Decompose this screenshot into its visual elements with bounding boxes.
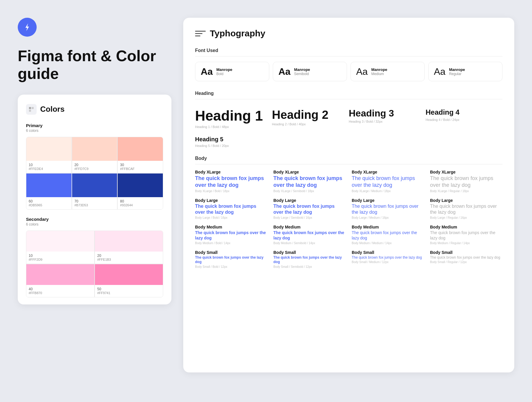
card-header: Colors — [26, 104, 163, 115]
h4-text: Heading 4 — [426, 108, 502, 117]
heading-section-label: Heading — [195, 91, 502, 99]
font-card-medium: Aa Manrope Medium — [351, 62, 425, 81]
font-aa-bold: Aa — [201, 67, 213, 76]
heading-1-item: Heading 1 Heading 1 / Bold / 48px — [195, 105, 272, 132]
body-section-label: Body — [195, 156, 502, 164]
heading-2-item: Heading 2 Heading 2 / Bold / 40px — [272, 105, 349, 132]
font-cards: Aa Manrope Bold Aa Manrope Semibold Aa — [195, 62, 502, 81]
svg-marker-0 — [25, 23, 29, 31]
primary-bottom-row: 60 #DB5965 70 #B73D53 — [26, 173, 163, 210]
heading-4-item: Heading 4 Heading 4 / Bold / 24px — [426, 105, 502, 132]
lightning-icon — [22, 22, 32, 32]
primary-label: Primary — [26, 123, 163, 128]
h1-text: Heading 1 — [195, 108, 272, 124]
body-m-regular: Body Medium The quick brown fox jumps ov… — [430, 225, 502, 244]
body-col-regular: Body XLarge The quick brown fox jumps ov… — [430, 170, 502, 274]
body-s-bold: Body Small The quick brown fox jumps ove… — [195, 250, 267, 268]
colors-card: Colors Primary 6 colors 10 #FFEDE4 — [18, 95, 171, 304]
h2-meta: Heading 2 / Bold / 40px — [272, 122, 349, 126]
body-col-medium: Body XLarge The quick brown fox jumps ov… — [352, 170, 424, 274]
font-info-medium: Manrope Medium — [371, 67, 387, 76]
font-aa-regular: Aa — [434, 67, 445, 76]
body-xl-medium: Body XLarge The quick brown fox jumps ov… — [352, 170, 424, 193]
page-wrapper: Figma font & Colorguide Colors Primary 6… — [0, 0, 532, 402]
secondary-top-row: 10 #FFF2D9 20 #FFE1B3 — [26, 231, 163, 264]
colors-card-title: Colors — [40, 105, 64, 114]
body-s-regular: Body Small The quick brown fox jumps ove… — [430, 250, 502, 264]
lines-icon — [195, 29, 206, 38]
body-l-semibold: Body Large The quick brown fox jumps ove… — [273, 198, 346, 220]
body-m-semibold: Body Medium The quick brown fox jumps ov… — [273, 225, 346, 244]
body-section: Body Body XLarge The quick brown fox jum… — [195, 156, 502, 274]
secondary-sublabel: 6 colors — [26, 222, 163, 226]
heading-3-item: Heading 3 Heading 3 / Bold / 32px — [349, 105, 426, 132]
h1-meta: Heading 1 / Bold / 48px — [195, 125, 272, 129]
secondary-label: Secondary — [26, 217, 163, 222]
svg-rect-1 — [29, 107, 31, 109]
secondary-swatch-20: 20 #FFE1B3 — [95, 231, 163, 264]
h3-text: Heading 3 — [349, 108, 426, 119]
svg-rect-3 — [29, 110, 31, 112]
body-col-bold: Body XLarge The quick brown fox jumps ov… — [195, 170, 267, 274]
svg-rect-2 — [32, 107, 34, 109]
logo-circle — [18, 18, 37, 37]
h2-text: Heading 2 — [272, 108, 349, 121]
primary-swatch-10: 10 #FFEDE4 — [26, 137, 72, 173]
primary-top-row: 10 #FFEDE4 20 #FFD7C9 — [26, 137, 163, 173]
primary-swatch-70: 70 #B73D53 — [72, 173, 118, 210]
secondary-bottom-row: 40 #FFB870 50 #FF9741 — [26, 264, 163, 297]
main-title: Figma font & Colorguide — [18, 47, 171, 83]
body-grid: Body XLarge The quick brown fox jumps ov… — [195, 170, 502, 274]
font-aa-medium: Aa — [356, 67, 368, 76]
right-header: Typhography — [195, 28, 502, 38]
left-panel: Figma font & Colorguide Colors Primary 6… — [18, 18, 171, 304]
body-m-medium: Body Medium The quick brown fox jumps ov… — [352, 225, 424, 244]
h3-meta: Heading 3 / Bold / 32px — [349, 120, 426, 123]
primary-sublabel: 6 colors — [26, 129, 163, 133]
font-used-section: Font Used Aa Manrope Bold Aa Manrope Sem… — [195, 48, 502, 81]
heading-grid: Heading 1 Heading 1 / Bold / 48px Headin… — [195, 105, 502, 132]
font-info-regular: Manrope Regular — [449, 67, 465, 76]
logo-area — [18, 18, 171, 37]
body-col-semibold: Body XLarge The quick brown fox jumps ov… — [273, 170, 346, 274]
heading-section: Heading Heading 1 Heading 1 / Bold / 48p… — [195, 91, 502, 147]
font-aa-semibold: Aa — [278, 67, 291, 76]
primary-swatch-20: 20 #FFD7C9 — [72, 137, 118, 173]
primary-swatch-80: 80 #932644 — [117, 173, 163, 210]
font-card-regular: Aa Manrope Regular — [428, 62, 502, 81]
font-info-bold: Manrope Bold — [216, 67, 232, 76]
body-xl-semibold: Body XLarge The quick brown fox jumps ov… — [273, 170, 346, 193]
body-l-medium: Body Large The quick brown fox jumps ove… — [352, 198, 424, 220]
body-s-semibold: Body Small The quick brown fox jumps ove… — [273, 250, 346, 268]
typography-title: Typhography — [210, 28, 265, 38]
primary-swatch-30: 30 #FFBCAF — [117, 137, 163, 173]
font-used-heading: Font Used — [195, 48, 502, 56]
body-l-bold: Body Large The quick brown fox jumps ove… — [195, 198, 267, 220]
body-s-medium: Body Small The quick brown fox jumps ove… — [352, 250, 424, 264]
secondary-section: Secondary 6 colors 10 #FFF2D9 — [26, 217, 163, 297]
right-panel: Typhography Font Used Aa Manrope Bold Aa… — [183, 18, 514, 372]
h5-text: Heading 5 — [195, 136, 502, 143]
secondary-swatch-50: 50 #FF9741 — [95, 264, 163, 297]
palette-icon — [26, 104, 37, 115]
font-card-bold: Aa Manrope Bold — [195, 62, 269, 81]
font-card-semibold: Aa Manrope Semibold — [273, 62, 347, 81]
body-xl-bold: Body XLarge The quick brown fox jumps ov… — [195, 170, 267, 193]
secondary-swatch-40: 40 #FFB870 — [26, 264, 95, 297]
body-l-regular: Body Large The quick brown fox jumps ove… — [430, 198, 502, 220]
primary-swatch-60: 60 #DB5965 — [26, 173, 72, 210]
secondary-swatch-10: 10 #FFF2D9 — [26, 231, 95, 264]
h4-meta: Heading 4 / Bold / 24px — [426, 118, 502, 121]
font-info-semibold: Manrope Semibold — [294, 67, 310, 76]
h5-meta: Heading 5 / Bold / 20px — [195, 144, 502, 147]
body-xl-regular: Body XLarge The quick brown fox jumps ov… — [430, 170, 502, 193]
heading-5-row: Heading 5 Heading 5 / Bold / 20px — [195, 132, 502, 147]
body-m-bold: Body Medium The quick brown fox jumps ov… — [195, 225, 267, 244]
primary-section: Primary 6 colors 10 #FFEDE4 — [26, 123, 163, 210]
secondary-color-rows: 10 #FFF2D9 20 #FFE1B3 — [26, 231, 163, 297]
primary-color-rows: 10 #FFEDE4 20 #FFD7C9 — [26, 137, 163, 210]
